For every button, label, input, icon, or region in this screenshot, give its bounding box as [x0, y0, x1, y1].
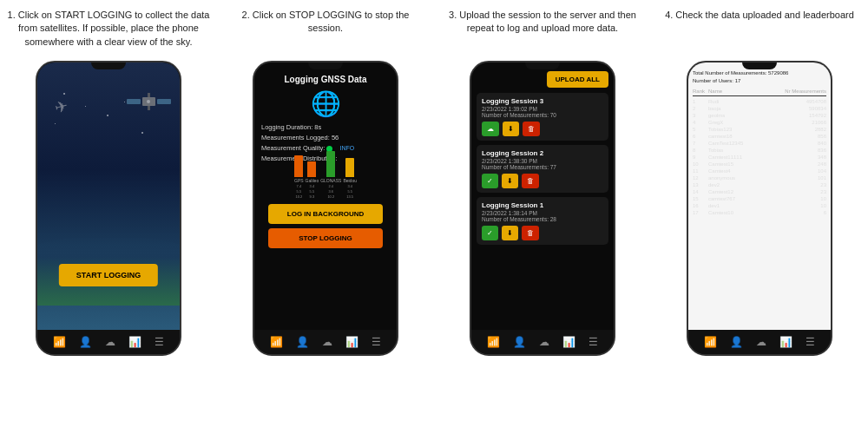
bar-glonass: GLONASS2.43.610.2: [320, 151, 341, 199]
nav-cloud-icon: ☁: [756, 336, 766, 348]
step-2-title: 2. Click on STOP LOGGING to stop the ses…: [224, 9, 427, 54]
phone-2-screen-title: Logging GNSS Data: [285, 75, 367, 84]
row-rank: 2: [693, 106, 708, 111]
session-3-upload-icon[interactable]: ☁: [482, 122, 499, 136]
step-4-title: 4. Check the data uploaded and leaderboa…: [665, 9, 854, 54]
session-3-delete-icon[interactable]: 🗑: [523, 122, 540, 136]
start-logging-button[interactable]: START LOGGING: [59, 264, 158, 286]
satellite-svg: [125, 84, 173, 119]
row-count: 836: [783, 148, 826, 153]
session-2-check-icon[interactable]: ✓: [482, 174, 498, 188]
phone-2-notch: [308, 62, 343, 69]
measurements-logged: Measurements Logged: 56: [261, 134, 390, 141]
row-rank: 3: [693, 113, 708, 118]
row-name: GregX: [708, 120, 783, 125]
logging-duration: Logging Duration: 8s: [261, 123, 390, 131]
nav-person-icon: 👤: [296, 336, 309, 348]
session-2-delete-icon[interactable]: 🗑: [522, 174, 539, 188]
leaderboard-row: 7 CamTest12345 840: [693, 140, 826, 147]
nav-cloud-icon: ☁: [322, 336, 332, 348]
row-name: Tobias: [708, 148, 783, 153]
row-rank: 7: [693, 141, 708, 146]
col-rank: Rank: [693, 89, 708, 94]
row-name: anonymous: [708, 175, 783, 181]
row-name: CamTest12345: [708, 141, 783, 146]
step-4-column: 4. Check the data uploaded and leaderboa…: [651, 0, 868, 434]
step-3-title: 3. Upload the session to the server and …: [441, 9, 644, 54]
upload-all-button[interactable]: UPLOAD ALL: [547, 71, 608, 88]
step-1-column: 1. Click on START LOGGING to collect the…: [0, 0, 217, 434]
leaderboard-row: 12 anonymous 101: [693, 174, 826, 181]
row-count: 248: [783, 161, 826, 167]
leaderboard-row: 1 Rudi 4954708: [693, 98, 826, 105]
svg-point-5: [147, 100, 150, 103]
phone-2-buttons: LOG IN BACKGROUND STOP LOGGING: [261, 204, 390, 248]
session-1-download-icon[interactable]: ⬇: [502, 226, 518, 240]
leaderboard-row: 16 dev1 10: [693, 202, 826, 209]
nav-person-icon: 👤: [79, 336, 92, 348]
bar-galileo: Galileo3.45.59.3: [306, 161, 319, 199]
phone-2-screen: Logging GNSS Data 🌐 Logging Duration: 8s…: [254, 62, 397, 330]
row-rank: 4: [693, 120, 708, 125]
row-rank: 6: [693, 134, 708, 139]
row-rank: 1: [693, 99, 708, 104]
phone-4-nav: 📶 👤 ☁ 📊 ☰: [688, 330, 831, 354]
step-1-title: 1. Click on START LOGGING to collect the…: [7, 9, 210, 54]
session-3-download-icon[interactable]: ⬇: [503, 122, 519, 136]
log-in-background-button[interactable]: LOG IN BACKGROUND: [268, 204, 383, 224]
row-count: 4954708: [783, 99, 826, 104]
phone-3-screen: UPLOAD ALL Logging Session 3 2/23/2022 1…: [471, 62, 614, 330]
bar-gps-label: GPS7.45.510.2: [294, 178, 304, 199]
leaderboard-row: 15 camtest767 10: [693, 195, 826, 202]
phone-4: Total Number of Measurements: 5729086 Nu…: [687, 61, 832, 356]
star: [85, 106, 86, 107]
phone-1-screen: ✈ START LOGGING: [37, 62, 180, 330]
bar-glonass-fill: [326, 151, 335, 177]
phone-4-content: Total Number of Measurements: 5729086 Nu…: [688, 62, 831, 330]
row-count: 590834: [783, 106, 826, 111]
bar-gps: GPS7.45.510.2: [294, 155, 304, 199]
phone-1: ✈ START LOGGING 📶 👤 ☁ 📊 ☰: [36, 61, 181, 356]
leaderboard-row: 8 Tobias 836: [693, 147, 826, 154]
info-link[interactable]: INFO: [340, 145, 355, 151]
row-rank: 12: [693, 175, 708, 181]
session-2-download-icon[interactable]: ⬇: [502, 174, 518, 188]
row-rank: 9: [693, 155, 708, 160]
nav-cloud-icon: ☁: [539, 336, 549, 348]
session-1-delete-icon[interactable]: 🗑: [522, 226, 539, 240]
row-name: Tobias123: [708, 127, 783, 132]
row-count: 23: [783, 189, 826, 194]
leaderboard-row: 3 geolms 154792: [693, 112, 826, 119]
leaderboard-row: 14 Camtest12 23: [693, 188, 826, 195]
nav-chart-icon: 📊: [128, 336, 141, 348]
session-1-check-icon[interactable]: ✓: [482, 226, 498, 240]
bar-beidou: Beidou3.45.513.5: [343, 158, 357, 199]
row-count: 104: [783, 168, 826, 174]
phone-3-notch: [525, 62, 560, 69]
star: [107, 115, 108, 116]
phone-1-notch: [91, 62, 126, 69]
row-count: 21066: [783, 120, 826, 125]
session-3-card: Logging Session 3 2/23/2022 1:39:02 PM N…: [477, 93, 608, 141]
row-name: camtest767: [708, 196, 783, 201]
nav-menu-icon: ☰: [155, 336, 164, 348]
row-name: Rudi: [708, 99, 783, 104]
row-name: Camtest15: [708, 161, 783, 167]
row-name: Camtest12: [708, 189, 783, 194]
phone-3-content: UPLOAD ALL Logging Session 3 2/23/2022 1…: [471, 62, 614, 330]
row-rank: 15: [693, 196, 708, 201]
row-rank: 11: [693, 168, 708, 174]
nav-menu-icon: ☰: [589, 336, 598, 348]
row-count: 6: [783, 210, 826, 215]
session-2-card: Logging Session 2 2/23/2022 1:38:30 PM N…: [477, 145, 608, 193]
leaderboard-rows: 1 Rudi 4954708 2 bsoja 590834 3 geolms 1…: [693, 98, 826, 216]
svg-rect-3: [148, 93, 150, 97]
col-name: Name: [708, 89, 783, 94]
nav-menu-icon: ☰: [806, 336, 815, 348]
nav-cloud-icon: ☁: [105, 336, 115, 348]
stop-logging-button[interactable]: STOP LOGGING: [268, 228, 383, 248]
row-rank: 8: [693, 148, 708, 153]
nav-person-icon: 👤: [730, 336, 743, 348]
session-1-actions: ✓ ⬇ 🗑: [482, 226, 603, 240]
row-rank: 17: [693, 210, 708, 215]
